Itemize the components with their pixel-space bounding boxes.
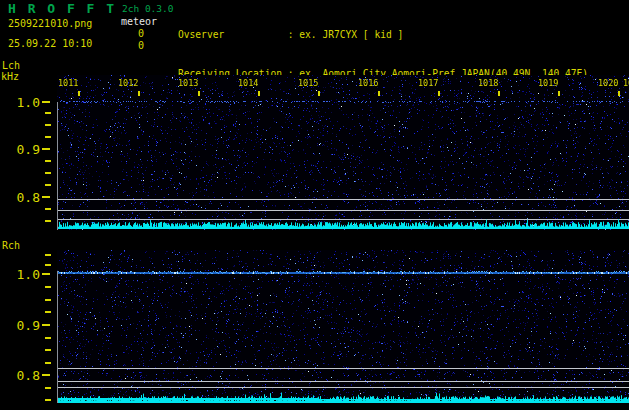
rch-channel-label: Rch [2, 240, 20, 251]
rch-spectrogram-canvas [57, 250, 629, 403]
capture-datetime: 25.09.22 10:10 [8, 38, 92, 49]
meteor-count-value-top: 0 [138, 28, 144, 39]
rch-spectrogram-panel [57, 250, 629, 403]
time-label-1014: 1014 [238, 78, 258, 88]
app-title: H R O F F T [8, 1, 116, 16]
time-tick [138, 91, 140, 96]
major-tick [42, 148, 50, 150]
time-label-1011: 1011 [58, 78, 78, 88]
hrofft-app-window: H R O F F T 2ch 0.3.0 2509221010.png met… [0, 0, 629, 410]
lch-ytick-1-0: 1.0 [4, 95, 40, 110]
time-label-1018: 1018 [478, 78, 498, 88]
minor-tick [45, 311, 51, 313]
major-tick [42, 374, 50, 376]
major-tick [42, 196, 50, 198]
time-tick [378, 91, 380, 96]
time-label-1017: 1017 [418, 78, 438, 88]
time-label-1019: 1019 [538, 78, 558, 88]
minor-tick [45, 264, 51, 266]
meteor-count-value-bottom: 0 [138, 40, 144, 51]
time-label-1013: 1013 [178, 78, 198, 88]
minor-tick [45, 299, 51, 301]
lch-ytick-0-9: 0.9 [4, 142, 40, 157]
minor-tick [45, 220, 51, 222]
minor-tick [45, 399, 51, 401]
rch-ytick-0-8: 0.8 [4, 368, 40, 383]
observer-line: Ovserver : ex. JR7CYX [ kid ] [178, 28, 617, 41]
minor-tick [45, 124, 51, 126]
minor-tick [45, 362, 51, 364]
lch-unit-label: kHz [1, 71, 19, 82]
time-tick [558, 91, 560, 96]
minor-tick [45, 349, 51, 351]
minor-tick [45, 136, 51, 138]
output-filename: 2509221010.png [8, 18, 92, 29]
time-tick [498, 91, 500, 96]
minor-tick [45, 160, 51, 162]
lch-channel-label: Lch [2, 60, 20, 71]
time-label-partial-1021: 1021 [623, 78, 629, 88]
time-label-1020: 1020 [598, 78, 618, 88]
meteor-count-label: meteor [121, 16, 157, 27]
minor-tick [45, 286, 51, 288]
time-label-1012: 1012 [118, 78, 138, 88]
minor-tick [45, 208, 51, 210]
minor-tick [45, 172, 51, 174]
major-tick [42, 324, 50, 326]
lch-spectrogram-canvas [57, 75, 629, 230]
time-label-1015: 1015 [298, 78, 318, 88]
lch-ytick-0-8: 0.8 [4, 190, 40, 205]
minor-tick [45, 184, 51, 186]
rch-ytick-1-0: 1.0 [4, 267, 40, 282]
minor-tick [45, 112, 51, 114]
lch-spectrogram-panel: 1011 1012 1013 1014 1015 1016 1017 1018 … [57, 75, 629, 230]
time-tick [318, 91, 320, 96]
app-version: 2ch 0.3.0 [122, 3, 173, 14]
time-tick [438, 91, 440, 96]
minor-tick [45, 387, 51, 389]
rch-ytick-0-9: 0.9 [4, 318, 40, 333]
major-tick [42, 273, 50, 275]
minor-tick [45, 254, 51, 256]
minor-tick [45, 337, 51, 339]
major-tick [42, 101, 50, 103]
time-label-1016: 1016 [358, 78, 378, 88]
time-tick [258, 91, 260, 96]
time-tick [78, 91, 80, 96]
time-tick [618, 91, 620, 96]
time-tick [198, 91, 200, 96]
